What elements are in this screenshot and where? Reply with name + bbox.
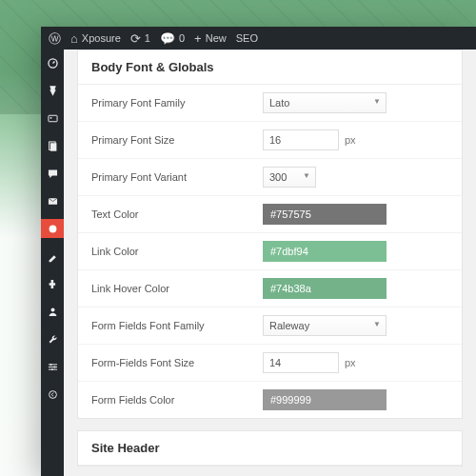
comment-icon: 💬 <box>160 32 175 45</box>
row-link-color: Link Color #7dbf94 <box>78 233 462 270</box>
label: Link Hover Color <box>91 283 263 294</box>
svg-point-10 <box>50 368 52 370</box>
settings-content: Body Font & Globals Primary Font Family … <box>64 50 476 476</box>
row-form-font-family: Form Fields Font Family Raleway <box>78 307 462 345</box>
primary-font-size-input[interactable] <box>263 129 339 150</box>
body-font-panel: Body Font & Globals Primary Font Family … <box>77 50 463 419</box>
active-menu-icon[interactable] <box>41 219 64 238</box>
admin-body: Body Font & Globals Primary Font Family … <box>41 50 476 476</box>
comments-icon[interactable] <box>41 164 64 183</box>
refresh-icon: ⟳ <box>130 32 141 45</box>
svg-point-11 <box>49 390 56 398</box>
svg-point-6 <box>49 225 56 232</box>
row-form-font-size: Form-Fields Font Size px <box>78 345 462 382</box>
primary-font-family-select[interactable]: Lato <box>263 92 387 113</box>
wp-logo[interactable]: ⓦ <box>49 32 61 45</box>
label: Primary Font Variant <box>91 171 263 183</box>
home-icon: ⌂ <box>70 32 78 45</box>
label: Link Color <box>91 246 263 257</box>
link-hover-color-swatch[interactable]: #74b38a <box>263 278 387 299</box>
dashboard-icon[interactable] <box>41 53 64 72</box>
panel-title: Site Header <box>78 431 462 466</box>
pin-icon[interactable] <box>41 81 64 100</box>
svg-point-2 <box>50 116 51 118</box>
admin-window: ⓦ ⌂Xposure ⟳1 💬0 +New SEO Body Font & Gl… <box>41 27 476 476</box>
site-header-panel: Site Header <box>77 430 463 466</box>
admin-sidebar <box>41 50 64 476</box>
new-link[interactable]: +New <box>194 32 227 45</box>
svg-rect-4 <box>50 143 56 150</box>
admin-topbar: ⓦ ⌂Xposure ⟳1 💬0 +New SEO <box>41 27 476 50</box>
row-primary-font-variant: Primary Font Variant 300 <box>78 159 462 196</box>
form-fields-color-swatch[interactable]: #999999 <box>263 389 387 410</box>
form-font-family-select[interactable]: Raleway <box>263 315 387 336</box>
label: Primary Font Family <box>91 97 263 109</box>
users-icon[interactable] <box>41 302 64 321</box>
comments-link[interactable]: 💬0 <box>160 32 185 45</box>
link-color-swatch[interactable]: #7dbf94 <box>263 241 387 262</box>
label: Form Fields Color <box>91 394 263 406</box>
label: Form Fields Font Family <box>91 320 263 331</box>
row-link-hover-color: Link Hover Color #74b38a <box>78 270 462 307</box>
svg-point-9 <box>53 366 55 367</box>
row-form-fields-color: Form Fields Color #999999 <box>78 382 462 418</box>
unit: px <box>345 357 356 368</box>
label: Text Color <box>91 208 263 220</box>
collapse-icon[interactable] <box>41 385 64 404</box>
unit: px <box>345 134 356 146</box>
updates-link[interactable]: ⟳1 <box>130 32 150 45</box>
media-icon[interactable] <box>41 109 64 128</box>
label: Primary Font Size <box>91 134 263 146</box>
text-color-swatch[interactable]: #757575 <box>263 204 387 225</box>
pages-icon[interactable] <box>41 136 64 155</box>
row-primary-font-size: Primary Font Size px <box>78 122 462 159</box>
svg-point-8 <box>50 363 51 365</box>
site-name: Xposure <box>82 32 121 44</box>
svg-rect-1 <box>48 115 56 122</box>
row-text-color: Text Color #757575 <box>78 196 462 233</box>
mail-icon[interactable] <box>41 191 64 210</box>
appearance-icon[interactable] <box>41 247 64 266</box>
primary-font-variant-select[interactable]: 300 <box>263 167 316 188</box>
plugins-icon[interactable] <box>41 274 64 293</box>
seo-link[interactable]: SEO <box>236 32 258 44</box>
row-primary-font-family: Primary Font Family Lato <box>78 85 462 122</box>
label: Form-Fields Font Size <box>91 357 263 368</box>
site-link[interactable]: ⌂Xposure <box>70 32 121 45</box>
panel-title: Body Font & Globals <box>78 50 462 85</box>
plus-icon: + <box>194 32 202 45</box>
svg-point-7 <box>50 307 54 311</box>
settings-icon[interactable] <box>41 357 64 376</box>
tools-icon[interactable] <box>41 329 64 348</box>
form-font-size-input[interactable] <box>263 352 339 373</box>
